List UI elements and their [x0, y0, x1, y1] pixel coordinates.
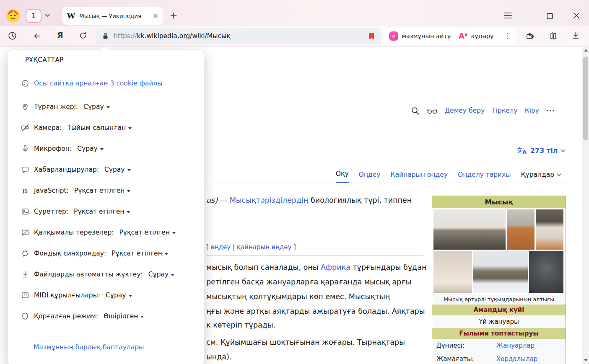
- tab-group-count: 1: [31, 12, 36, 20]
- scrollbar-up-icon[interactable]: [584, 49, 588, 52]
- permission-row-javascript: JS JavaScript: Рұқсат етілген: [21, 186, 130, 196]
- read-aloud-button[interactable]: « мазмұнын айту: [389, 31, 451, 41]
- taxon-link[interactable]: Жануарлар: [496, 342, 535, 349]
- new-tab-button[interactable]: [169, 11, 178, 20]
- language-selector-button[interactable]: A 273 тіл: [517, 147, 566, 155]
- africa-link[interactable]: Африка: [321, 263, 350, 271]
- cat-photo[interactable]: [433, 251, 472, 293]
- login-link[interactable]: Кіру: [525, 107, 539, 114]
- article-line: к көтеріп тұрады.: [206, 321, 275, 329]
- tab-close-icon[interactable]: [153, 13, 158, 19]
- divider: [500, 31, 500, 41]
- chevron-down-icon: [127, 211, 130, 213]
- profile-avatar[interactable]: [6, 9, 20, 23]
- tab-edit[interactable]: Өңдеу: [359, 171, 381, 183]
- window-maximize-icon[interactable]: [547, 13, 553, 19]
- chevron-down-icon: [129, 295, 132, 297]
- bookmark-flag-icon[interactable]: [368, 32, 375, 40]
- history-icon[interactable]: [8, 31, 17, 41]
- section-edit-links: [ өңдеу | қайнарын өңдеу ]: [206, 243, 296, 251]
- permission-dropdown-location[interactable]: Сұрау: [83, 103, 110, 111]
- permission-row-notifications: Хабарландырулар: Сұрау: [21, 165, 131, 175]
- back-button[interactable]: [33, 32, 42, 40]
- scrollbar-thumb[interactable]: [583, 57, 588, 140]
- scrollbar-down-icon[interactable]: [584, 359, 588, 361]
- scrollbar[interactable]: [582, 46, 589, 364]
- taxonomy-row: Дүниесі: Жануарлар: [432, 339, 566, 352]
- permission-dropdown-midi[interactable]: Сұрау: [106, 292, 132, 299]
- all-content-settings-link[interactable]: Мазмұнның барлық баптаулары: [34, 343, 144, 351]
- edit-section-link[interactable]: өңдеу: [211, 243, 231, 251]
- permissions-title: РҰҚСАТТАР: [25, 56, 64, 64]
- javascript-icon: JS: [21, 186, 29, 195]
- permission-dropdown-auto-download[interactable]: Сұрау: [148, 271, 175, 278]
- permission-dropdown-camera[interactable]: Тыйым салынған: [67, 124, 132, 132]
- browser-tab[interactable]: W Мысық — Уикипедия: [62, 7, 163, 25]
- lock-icon[interactable]: [101, 32, 109, 40]
- refresh-button[interactable]: [79, 31, 87, 40]
- browser-window: 1 W Мысық — Уикипедия: [0, 0, 589, 364]
- tab-read[interactable]: Оқу: [336, 170, 349, 183]
- tab-group-badge[interactable]: 1: [26, 9, 42, 23]
- cat-photo[interactable]: [529, 251, 563, 293]
- location-icon: [21, 103, 29, 111]
- permission-dropdown-popups[interactable]: Рұқсат етілген: [119, 229, 176, 236]
- chevron-down-icon: [127, 169, 131, 171]
- cat-photo[interactable]: [536, 209, 563, 250]
- chevron-down-icon: [100, 148, 104, 150]
- tabs-divider: [205, 183, 568, 183]
- download-icon[interactable]: [571, 31, 580, 40]
- permission-dropdown-notifications[interactable]: Сұрау: [104, 166, 131, 173]
- browser-chrome: 1 W Мысық — Уикипедия: [0, 0, 589, 47]
- cookie-icon: [21, 79, 29, 88]
- tab-edit-source[interactable]: Қайнарын өңдеу: [390, 171, 448, 183]
- permission-row-camera: Камера: Тыйым салынған: [21, 123, 132, 133]
- chevron-down-icon: [560, 149, 566, 152]
- cat-photo[interactable]: [433, 209, 506, 250]
- sync-icon: [21, 249, 29, 258]
- permission-dropdown-microphone[interactable]: Сұрау: [77, 145, 104, 152]
- chevron-down-icon: [557, 173, 561, 176]
- language-count-label: 273 тіл: [530, 147, 558, 155]
- permission-row-background-sync: Фондық синхрондау: Рұқсат етілген: [21, 248, 168, 258]
- article-line: см. Құйымшағы шоқтығынан жоғары. Тырнақт…: [206, 338, 405, 346]
- tab-tools[interactable]: Құралдар: [521, 171, 561, 183]
- permission-dropdown-images[interactable]: Рұқсат етілген: [74, 208, 130, 215]
- tab-group-chevron-icon[interactable]: [45, 14, 50, 17]
- translate-button[interactable]: Aә аудару: [459, 33, 493, 40]
- article-line: ретілген басқа жануарларға қарағанда мыс…: [206, 278, 411, 286]
- permission-dropdown-protected-mode[interactable]: Өшірілген: [104, 312, 144, 320]
- section-divider: [206, 255, 423, 256]
- permission-dropdown-background-sync[interactable]: Рұқсат етілген: [112, 250, 168, 257]
- translate-label: аудару: [471, 33, 493, 39]
- extensions-icon[interactable]: [525, 31, 535, 40]
- cat-photo[interactable]: [507, 209, 535, 250]
- window-menu-icon[interactable]: [504, 12, 512, 19]
- edit-source-section-link[interactable]: қайнарын өңдеу: [237, 243, 292, 251]
- window-close-icon[interactable]: [573, 12, 580, 19]
- permission-row-microphone: Микрофон: Сұрау: [21, 144, 104, 154]
- article-link[interactable]: Мысықтәрізділердің: [230, 196, 309, 204]
- search-icon[interactable]: [411, 106, 420, 115]
- address-bar[interactable]: https://kk.wikipedia.org/wiki/Мысық: [96, 28, 381, 44]
- url-text: https://kk.wikipedia.org/wiki/Мысық: [114, 32, 231, 40]
- shield-icon: [21, 312, 29, 320]
- microphone-icon: [21, 145, 29, 153]
- tab-history[interactable]: Өңделу тарихы: [458, 171, 511, 183]
- appearance-glasses-icon[interactable]: [427, 107, 438, 114]
- cat-photo[interactable]: [473, 251, 528, 293]
- taxon-link[interactable]: Хордалылар: [496, 355, 537, 363]
- read-aloud-label: мазмұнын айту: [402, 33, 451, 39]
- article-tabs: Оқу Өңдеу Қайнарын өңдеу Өңделу тарихы Қ…: [336, 168, 561, 183]
- more-menu-icon[interactable]: [546, 109, 555, 112]
- collections-icon[interactable]: [549, 31, 558, 40]
- yandex-search-button[interactable]: Я: [57, 31, 63, 40]
- translate-icon: Aә: [459, 33, 467, 40]
- permission-row-midi: MIDI құрылғылары: Сұрау: [21, 290, 132, 300]
- toolbar-kebab-icon[interactable]: [504, 32, 511, 40]
- chevron-down-icon: [140, 316, 144, 318]
- register-link[interactable]: Тіркелу: [492, 107, 518, 114]
- cookies-link[interactable]: Осы сайтқа арналған 3 cookie файлы: [34, 80, 162, 87]
- donate-link[interactable]: Демеу беру: [445, 107, 485, 114]
- permission-dropdown-javascript[interactable]: Рұқсат етілген: [74, 187, 130, 194]
